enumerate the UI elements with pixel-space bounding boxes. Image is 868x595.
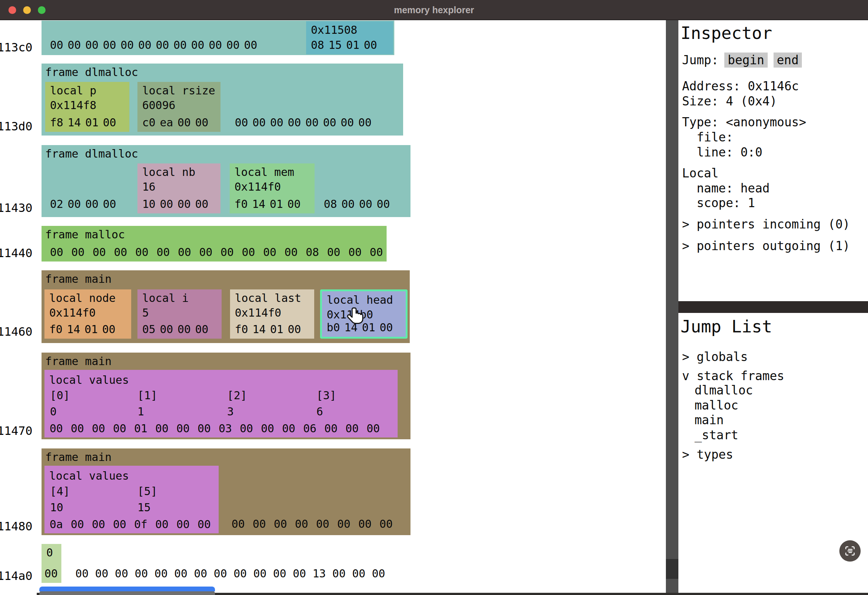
block-bytes[interactable]: 08150100 <box>311 40 381 51</box>
jump-list-entry[interactable]: main <box>695 413 723 427</box>
byte-pair[interactable]: f0 <box>235 199 252 210</box>
byte-pair[interactable]: 00 <box>93 247 114 258</box>
byte-pair[interactable]: 00 <box>358 117 376 128</box>
local-rsize[interactable]: local rsize60096c0ea0000 <box>137 82 220 132</box>
jump-begin-button[interactable]: begin <box>724 53 767 68</box>
byte-pair[interactable]: 00 <box>233 568 253 579</box>
byte-pair[interactable]: 00 <box>348 247 370 258</box>
byte-pair[interactable]: 00 <box>337 518 359 530</box>
byte-pair[interactable]: 00 <box>156 247 178 258</box>
byte-pair[interactable]: 08 <box>311 40 329 51</box>
inspector-expander[interactable]: > pointers incoming (0) <box>682 217 850 231</box>
byte-pair[interactable]: f8 <box>50 117 68 128</box>
byte-pair[interactable]: 00 <box>176 519 198 530</box>
byte-pair[interactable]: 00 <box>121 40 138 51</box>
byte-run[interactable]: 000000000000000000000000 <box>50 40 262 51</box>
byte-pair[interactable]: 00 <box>134 568 154 579</box>
local-nb[interactable]: local nb1610000000 <box>137 163 220 214</box>
byte-pair[interactable]: 00 <box>288 117 306 128</box>
byte-pair[interactable]: 10 <box>142 199 160 210</box>
block-bytes[interactable]: 00 <box>44 568 62 579</box>
byte-pair[interactable]: 00 <box>138 40 156 51</box>
byte-pair[interactable]: 00 <box>154 568 174 579</box>
byte-pair[interactable]: 00 <box>115 568 135 579</box>
byte-pair[interactable]: 02 <box>50 199 68 210</box>
byte-pair[interactable]: 00 <box>50 40 68 51</box>
local-last[interactable]: local last0x114f0f0140100 <box>230 289 314 339</box>
jump-list-expander[interactable]: > globals <box>682 350 748 364</box>
byte-pair[interactable]: 00 <box>177 324 195 335</box>
byte-pair[interactable]: 00 <box>135 247 156 258</box>
byte-pair[interactable]: 00 <box>92 423 113 434</box>
byte-pair[interactable]: b0 <box>327 322 344 333</box>
byte-pair[interactable]: 01 <box>270 324 288 335</box>
byte-pair[interactable]: 00 <box>44 568 62 579</box>
byte-pair[interactable]: 00 <box>155 519 177 530</box>
byte-pair[interactable]: 00 <box>214 568 234 579</box>
local-p[interactable]: local p0x114f8f8140100 <box>45 82 129 132</box>
byte-pair[interactable]: 00 <box>341 199 359 210</box>
byte-pair[interactable]: 00 <box>68 199 85 210</box>
byte-pair[interactable]: 00 <box>345 423 367 434</box>
jump-end-button[interactable]: end <box>774 53 802 68</box>
block-bytes[interactable]: c0ea0000 <box>142 117 213 128</box>
byte-pair[interactable]: 08 <box>324 199 341 210</box>
byte-pair[interactable]: 00 <box>372 568 392 579</box>
byte-pair[interactable]: 00 <box>71 247 93 258</box>
byte-pair[interactable]: 00 <box>235 117 252 128</box>
byte-pair[interactable]: 00 <box>270 117 288 128</box>
scrollbar-track[interactable] <box>666 20 678 595</box>
byte-pair[interactable]: 00 <box>209 40 226 51</box>
local-i[interactable]: local i505000000 <box>137 289 221 339</box>
byte-pair[interactable]: 00 <box>92 519 113 530</box>
byte-pair[interactable]: 0a <box>50 519 71 530</box>
byte-pair[interactable]: 00 <box>71 519 92 530</box>
byte-pair[interactable]: 00 <box>274 518 295 530</box>
byte-run[interactable]: 0000000000000000 <box>232 518 400 530</box>
byte-pair[interactable]: 00 <box>191 40 209 51</box>
jump-list-entry[interactable]: _start <box>695 428 738 442</box>
block-bytes[interactable]: 00000000010000000300000006000000 <box>50 423 388 434</box>
byte-pair[interactable]: 00 <box>316 518 337 530</box>
local-values[interactable]: local values[0]0[1]1[2]3[3]6000000000100… <box>44 370 398 437</box>
byte-pair[interactable]: 00 <box>113 423 134 434</box>
byte-pair[interactable]: 00 <box>102 324 120 335</box>
byte-pair[interactable]: 15 <box>329 40 346 51</box>
byte-pair[interactable]: 00 <box>325 423 346 434</box>
byte-pair[interactable]: 00 <box>293 568 313 579</box>
byte-pair[interactable]: 00 <box>176 423 198 434</box>
byte-pair[interactable]: f0 <box>49 324 67 335</box>
byte-pair[interactable]: 00 <box>295 518 316 530</box>
byte-pair[interactable]: 00 <box>68 40 85 51</box>
byte-pair[interactable]: 00 <box>75 568 95 579</box>
byte-pair[interactable]: 14 <box>252 199 270 210</box>
byte-pair[interactable]: c0 <box>142 117 160 128</box>
byte-run[interactable]: 00000000000000000000000008000000 <box>50 247 391 258</box>
byte-pair[interactable]: 00 <box>263 247 285 258</box>
byte-pair[interactable]: 00 <box>358 518 379 530</box>
byte-run[interactable]: 00000000000000000000000013000000 <box>75 568 392 579</box>
byte-pair[interactable]: 00 <box>287 199 305 210</box>
byte-run[interactable]: 0000000000000000 <box>235 117 376 128</box>
local-mem[interactable]: local mem0x114f0f0140100 <box>230 163 314 214</box>
byte-pair[interactable]: 00 <box>253 568 273 579</box>
byte-pair[interactable]: 01 <box>346 40 364 51</box>
byte-pair[interactable]: 00 <box>240 423 261 434</box>
byte-pair[interactable]: 00 <box>220 247 242 258</box>
local-node[interactable]: local node0x114f0f0140100 <box>44 289 131 339</box>
byte-pair[interactable]: 00 <box>103 117 121 128</box>
jump-list-entry[interactable]: dlmalloc <box>695 383 753 398</box>
byte-pair[interactable]: 00 <box>359 199 377 210</box>
block-bytes[interactable]: 0a0000000f000000 <box>50 519 218 530</box>
byte-pair[interactable]: 00 <box>95 568 115 579</box>
byte-pair[interactable]: 00 <box>173 40 191 51</box>
byte-pair[interactable]: 00 <box>352 568 372 579</box>
byte-pair[interactable]: 00 <box>160 199 177 210</box>
byte-pair[interactable]: 00 <box>282 423 304 434</box>
byte-pair[interactable]: 00 <box>367 423 388 434</box>
block-bytes[interactable]: 05000000 <box>142 324 213 335</box>
byte-pair[interactable]: 00 <box>85 199 103 210</box>
byte-pair[interactable]: 00 <box>195 324 213 335</box>
byte-pair[interactable]: 00 <box>377 199 394 210</box>
byte-pair[interactable]: 00 <box>160 324 177 335</box>
